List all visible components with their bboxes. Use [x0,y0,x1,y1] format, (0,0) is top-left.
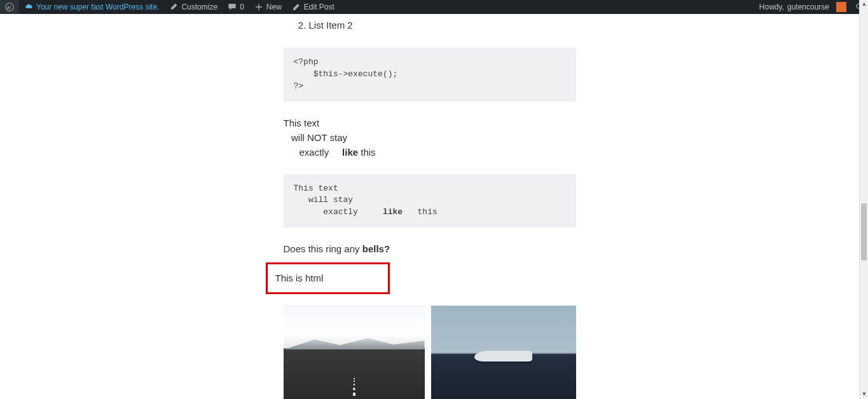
gallery-block [284,306,576,399]
wp-logo-menu[interactable] [0,0,19,14]
new-label: New [266,1,282,13]
gallery-image-road[interactable] [284,306,425,399]
site-name-link[interactable]: Your new super fast WordPress site. [19,0,164,14]
scrollbar-thumb[interactable] [861,203,867,260]
brush-icon [169,3,178,11]
edit-post-link[interactable]: Edit Post [287,0,340,14]
scroll-down-arrow-icon[interactable]: ▼ [860,390,868,399]
admin-bar-left: Your new super fast WordPress site. Cust… [0,0,754,14]
gallery-image-plane-wreck[interactable] [431,306,576,399]
customize-link[interactable]: Customize [164,0,223,14]
paragraph-notstay: This text will NOT stay exactly like thi… [284,116,576,160]
comments-link[interactable]: 0 [223,0,249,14]
my-account-link[interactable]: Howdy, gutencourse [754,0,851,14]
edit-post-label: Edit Post [304,1,334,13]
list-item: List Item 2 [309,17,576,34]
cloud-icon [24,3,33,11]
content-area: List Item 2 <?php $this->execute(); ?> T… [0,0,868,399]
ordered-list: List Item 2 [284,17,576,34]
site-title: Your new super fast WordPress site. [36,1,159,13]
paragraph-bells: Does this ring any bells? [284,241,576,256]
customize-label: Customize [181,1,217,13]
admin-bar-right: Howdy, gutencourse [754,0,868,14]
new-link[interactable]: New [249,0,287,14]
svg-point-0 [6,3,14,11]
gallery-row [284,306,576,399]
pencil-icon [292,3,301,11]
code-block-verbatim: This text will stay exactly like this [284,174,576,228]
wordpress-icon [5,3,14,11]
avatar [836,2,846,12]
entry-content: List Item 2 <?php $this->execute(); ?> T… [284,14,576,399]
scroll-up-arrow-icon[interactable]: ▲ [860,0,868,9]
plus-icon [254,3,263,11]
page-scrollbar[interactable]: ▲ ▼ [859,0,868,399]
comments-count: 0 [240,1,244,13]
username: gutencourse [787,1,829,13]
html-block-text: This is html [275,273,324,283]
comment-icon [228,3,237,11]
html-block-highlighted: This is html [266,262,390,294]
howdy-prefix: Howdy, [759,1,784,13]
code-block-php: <?php $this->execute(); ?> [284,48,576,102]
admin-bar: Your new super fast WordPress site. Cust… [0,0,868,14]
